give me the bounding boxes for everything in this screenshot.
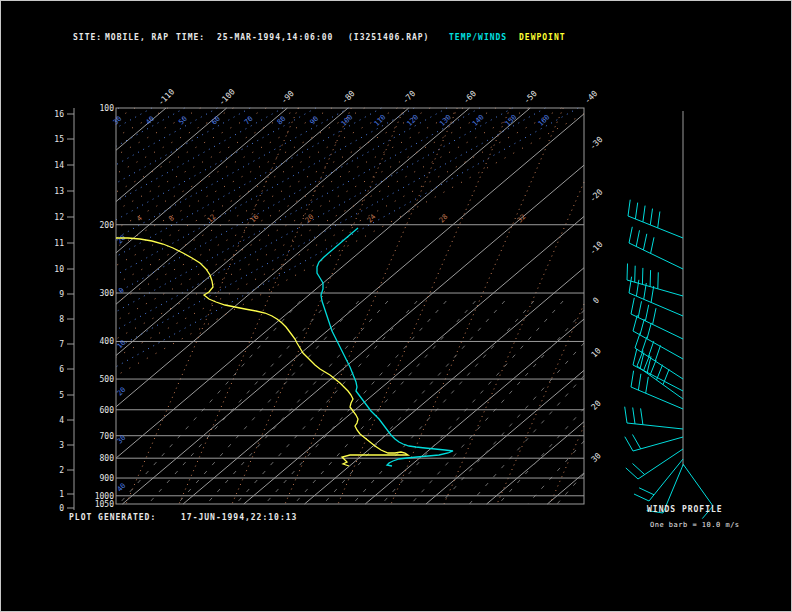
lower-adiabat-dashed (119, 301, 300, 504)
isotherm-label-right: -30 (588, 135, 605, 152)
dry-adiabat-line (116, 108, 545, 348)
wind-barb (631, 371, 683, 409)
dry-adiabat-line (116, 108, 217, 165)
mixing-ratio-line (497, 304, 584, 504)
dry-adiabat-label: 100 (340, 113, 355, 128)
dry-adiabat-line (116, 108, 414, 275)
pressure-label: 100 (100, 104, 115, 113)
isotherm-line (244, 216, 584, 504)
isotherm-line (116, 108, 470, 407)
isotherm-line (122, 114, 584, 504)
isotherm-label-right: 0 (591, 295, 601, 305)
dry-adiabat-label: 30 (112, 115, 124, 127)
dry-adiabat-label: 110 (373, 113, 388, 128)
moist-adiabat-label: 12 (206, 213, 218, 225)
moist-adiabat-label: 24 (366, 213, 378, 225)
plot-border (116, 108, 584, 504)
isotherm-label-right: 10 (590, 346, 603, 359)
pressure-label: 300 (100, 289, 115, 298)
isotherm-label-top: -50 (522, 89, 539, 106)
mixing-ratio-line (444, 182, 584, 504)
height-tick-label: 4 (59, 416, 64, 425)
height-tick-label: 12 (54, 213, 64, 222)
isotherm-label-right: -10 (588, 240, 605, 257)
height-tick-label: 14 (54, 161, 64, 170)
dry-adiabat-label: 60 (210, 115, 222, 127)
height-tick-label: 16 (54, 110, 64, 119)
wind-barb (625, 407, 683, 429)
isotherm-label-right: 30 (590, 451, 603, 464)
dry-adiabat-line (116, 108, 185, 146)
left-edge-adiabat-label: 20 (116, 234, 128, 246)
height-tick-label: 3 (59, 441, 64, 450)
dry-adiabat-label: 140 (471, 113, 486, 128)
lower-adiabat-dashed (265, 301, 446, 504)
height-tick-label: 13 (54, 187, 64, 196)
lower-adiabat-dashed (440, 343, 584, 504)
isotherm-label-right: 20 (590, 399, 603, 412)
isotherm-label-top: -110 (156, 87, 176, 107)
left-edge-adiabat-label: 0 (117, 286, 126, 295)
moist-adiabat-line (116, 108, 332, 229)
moist-adiabat-line (116, 108, 365, 247)
lower-adiabat-dashed (411, 310, 584, 504)
height-tick-label: 8 (59, 315, 64, 324)
left-edge-adiabat-label: 10 (116, 339, 128, 351)
height-tick-label: 11 (54, 239, 64, 248)
height-tick-label: 9 (59, 290, 64, 299)
wind-barb (629, 227, 683, 269)
left-edge-adiabat-label: 40 (116, 482, 128, 494)
pressure-label: 700 (100, 432, 115, 441)
dry-adiabat-line (116, 108, 480, 312)
pressure-label: 900 (100, 474, 115, 483)
dry-adiabat-line (116, 108, 283, 202)
plot-generated-label: PLOT GENERATED: (69, 513, 156, 522)
dry-adiabat-label: 150 (504, 113, 519, 128)
moist-adiabat-line (116, 108, 463, 302)
dry-adiabat-line (116, 108, 381, 257)
lower-adiabat-dashed (528, 441, 584, 504)
lower-adiabat-dashed (499, 408, 584, 504)
dry-adiabat-label: 90 (309, 115, 321, 127)
lower-adiabat-dashed (382, 301, 563, 504)
pressure-label: 200 (100, 221, 115, 230)
isotherm-label-top: -80 (340, 89, 357, 106)
dry-adiabat-label: 120 (405, 113, 420, 128)
lower-adiabat-dashed (469, 376, 584, 504)
mixing-ratio-line (179, 108, 351, 504)
winds-profile-title: WINDS PROFILE (647, 505, 723, 514)
mixing-ratio-line (126, 108, 298, 504)
isotherm-line (426, 370, 584, 504)
wind-barb (631, 298, 683, 339)
height-tick-label: 0 (59, 504, 64, 513)
winds-profile-caption: One barb = 10.0 m/s (650, 521, 740, 529)
moist-adiabat-label: 28 (438, 213, 450, 225)
moist-adiabat-line (116, 108, 529, 339)
dry-adiabat-label: 50 (177, 115, 189, 127)
dry-adiabat-label: 70 (243, 115, 255, 127)
height-tick-label: 5 (59, 391, 64, 400)
wind-barb (626, 449, 683, 479)
height-tick-label: 10 (54, 265, 64, 274)
wind-barb (628, 200, 683, 238)
pressure-label: 600 (100, 406, 115, 415)
isotherm-line (116, 108, 348, 304)
pressure-label: 400 (100, 337, 115, 346)
height-tick-label: 2 (59, 466, 64, 475)
mixing-ratio-line (285, 108, 457, 504)
wind-barb (635, 332, 683, 379)
isotherm-label-top: -60 (461, 89, 478, 106)
pressure-label: 1050 (95, 500, 114, 509)
moist-adiabat-label: 16 (249, 213, 261, 225)
lower-adiabat-dashed (207, 301, 388, 504)
isotherm-label-top: -100 (217, 87, 237, 107)
isotherm-line (116, 108, 409, 356)
pressure-label: 800 (100, 454, 115, 463)
height-tick-label: 1 (59, 490, 64, 499)
isotherm-label-top: -70 (401, 89, 418, 106)
moist-adiabat-line (116, 108, 299, 210)
plot-generated-value: 17-JUN-1994,22:10:13 (181, 513, 297, 522)
mixing-ratio-line (338, 108, 510, 504)
moist-adiabat-line (116, 108, 496, 321)
wind-barb (627, 264, 683, 297)
